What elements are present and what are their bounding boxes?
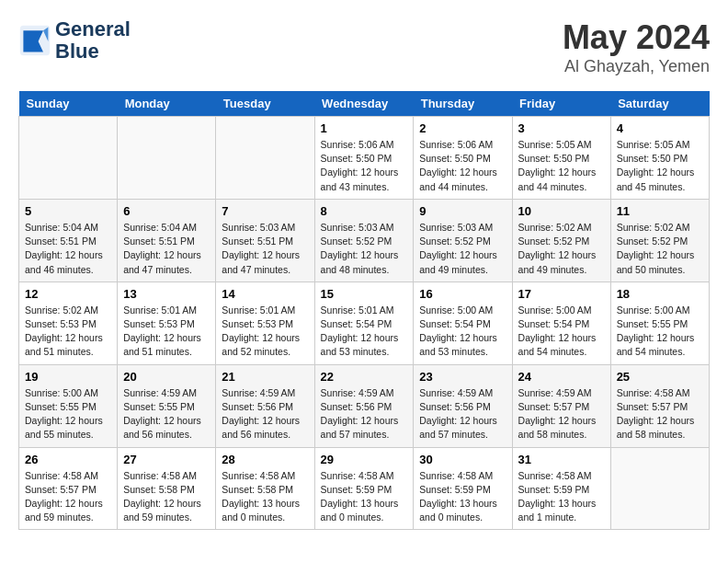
day-info: Sunrise: 5:02 AM Sunset: 5:53 PM Dayligh… xyxy=(25,304,111,360)
week-row-2: 5Sunrise: 5:04 AM Sunset: 5:51 PM Daylig… xyxy=(19,199,710,282)
day-info: Sunrise: 4:59 AM Sunset: 5:55 PM Dayligh… xyxy=(123,386,210,442)
page-header: General Blue May 2024 Al Ghayzah, Yemen xyxy=(18,18,710,76)
day-info: Sunrise: 4:58 AM Sunset: 5:59 PM Dayligh… xyxy=(321,469,408,525)
title-block: May 2024 Al Ghayzah, Yemen xyxy=(563,18,710,76)
location: Al Ghayzah, Yemen xyxy=(563,57,710,76)
day-number: 11 xyxy=(617,204,703,218)
day-info: Sunrise: 4:59 AM Sunset: 5:56 PM Dayligh… xyxy=(321,386,408,442)
day-info: Sunrise: 5:00 AM Sunset: 5:54 PM Dayligh… xyxy=(419,304,506,360)
day-info: Sunrise: 4:59 AM Sunset: 5:56 PM Dayligh… xyxy=(419,386,506,442)
calendar-cell: 20Sunrise: 4:59 AM Sunset: 5:55 PM Dayli… xyxy=(118,364,216,447)
calendar-cell: 27Sunrise: 4:58 AM Sunset: 5:58 PM Dayli… xyxy=(118,447,216,530)
day-info: Sunrise: 4:58 AM Sunset: 5:59 PM Dayligh… xyxy=(518,469,605,525)
day-number: 30 xyxy=(419,453,506,466)
day-info: Sunrise: 5:02 AM Sunset: 5:52 PM Dayligh… xyxy=(617,221,703,277)
day-info: Sunrise: 4:58 AM Sunset: 5:58 PM Dayligh… xyxy=(222,469,308,525)
day-header-friday: Friday xyxy=(512,91,610,117)
day-info: Sunrise: 5:06 AM Sunset: 5:50 PM Dayligh… xyxy=(321,138,408,194)
logo: General Blue xyxy=(18,18,131,63)
day-number: 25 xyxy=(617,370,703,384)
week-row-5: 26Sunrise: 4:58 AM Sunset: 5:57 PM Dayli… xyxy=(19,447,710,530)
day-number: 23 xyxy=(419,370,506,384)
day-number: 19 xyxy=(25,370,111,384)
calendar-cell: 9Sunrise: 5:03 AM Sunset: 5:52 PM Daylig… xyxy=(414,199,512,282)
calendar-cell: 24Sunrise: 4:59 AM Sunset: 5:57 PM Dayli… xyxy=(512,364,610,447)
day-info: Sunrise: 5:03 AM Sunset: 5:52 PM Dayligh… xyxy=(321,221,408,277)
calendar-cell: 11Sunrise: 5:02 AM Sunset: 5:52 PM Dayli… xyxy=(610,199,709,282)
calendar-cell: 5Sunrise: 5:04 AM Sunset: 5:51 PM Daylig… xyxy=(19,199,118,282)
day-info: Sunrise: 5:03 AM Sunset: 5:52 PM Dayligh… xyxy=(419,221,506,277)
week-row-3: 12Sunrise: 5:02 AM Sunset: 5:53 PM Dayli… xyxy=(19,282,710,364)
calendar-cell: 2Sunrise: 5:06 AM Sunset: 5:50 PM Daylig… xyxy=(414,117,512,200)
calendar-cell: 13Sunrise: 5:01 AM Sunset: 5:53 PM Dayli… xyxy=(118,282,216,364)
calendar-cell: 31Sunrise: 4:58 AM Sunset: 5:59 PM Dayli… xyxy=(512,447,610,530)
calendar-cell: 22Sunrise: 4:59 AM Sunset: 5:56 PM Dayli… xyxy=(314,364,414,447)
calendar-cell: 17Sunrise: 5:00 AM Sunset: 5:54 PM Dayli… xyxy=(512,282,610,364)
calendar-table: SundayMondayTuesdayWednesdayThursdayFrid… xyxy=(18,91,710,530)
day-number: 22 xyxy=(321,370,408,384)
day-info: Sunrise: 4:58 AM Sunset: 5:58 PM Dayligh… xyxy=(123,469,210,525)
day-info: Sunrise: 5:04 AM Sunset: 5:51 PM Dayligh… xyxy=(25,221,111,277)
day-info: Sunrise: 5:02 AM Sunset: 5:52 PM Dayligh… xyxy=(518,221,605,277)
day-info: Sunrise: 5:04 AM Sunset: 5:51 PM Dayligh… xyxy=(123,221,210,277)
calendar-cell: 6Sunrise: 5:04 AM Sunset: 5:51 PM Daylig… xyxy=(118,199,216,282)
day-number: 13 xyxy=(123,287,210,301)
calendar-cell xyxy=(118,117,216,200)
day-number: 21 xyxy=(222,370,308,384)
calendar-cell: 19Sunrise: 5:00 AM Sunset: 5:55 PM Dayli… xyxy=(19,364,118,447)
calendar-cell: 23Sunrise: 4:59 AM Sunset: 5:56 PM Dayli… xyxy=(414,364,512,447)
day-number: 5 xyxy=(25,204,111,218)
day-number: 7 xyxy=(222,204,308,218)
day-info: Sunrise: 5:01 AM Sunset: 5:53 PM Dayligh… xyxy=(123,304,210,360)
day-info: Sunrise: 5:00 AM Sunset: 5:55 PM Dayligh… xyxy=(617,304,703,360)
day-info: Sunrise: 5:00 AM Sunset: 5:54 PM Dayligh… xyxy=(518,304,605,360)
calendar-cell: 18Sunrise: 5:00 AM Sunset: 5:55 PM Dayli… xyxy=(610,282,709,364)
day-info: Sunrise: 5:05 AM Sunset: 5:50 PM Dayligh… xyxy=(617,138,703,194)
day-number: 14 xyxy=(222,287,308,301)
calendar-cell: 15Sunrise: 5:01 AM Sunset: 5:54 PM Dayli… xyxy=(314,282,414,364)
calendar-cell: 7Sunrise: 5:03 AM Sunset: 5:51 PM Daylig… xyxy=(216,199,314,282)
day-header-monday: Monday xyxy=(118,91,216,117)
day-header-saturday: Saturday xyxy=(610,91,709,117)
calendar-cell: 1Sunrise: 5:06 AM Sunset: 5:50 PM Daylig… xyxy=(314,117,414,200)
calendar-cell: 21Sunrise: 4:59 AM Sunset: 5:56 PM Dayli… xyxy=(216,364,314,447)
calendar-cell: 25Sunrise: 4:58 AM Sunset: 5:57 PM Dayli… xyxy=(610,364,709,447)
day-info: Sunrise: 5:00 AM Sunset: 5:55 PM Dayligh… xyxy=(25,386,111,442)
day-number: 10 xyxy=(518,204,605,218)
logo-line1: General xyxy=(55,18,131,40)
day-number: 20 xyxy=(123,370,210,384)
day-number: 8 xyxy=(321,204,408,218)
day-number: 28 xyxy=(222,453,308,466)
day-header-sunday: Sunday xyxy=(19,91,118,117)
calendar-cell: 12Sunrise: 5:02 AM Sunset: 5:53 PM Dayli… xyxy=(19,282,118,364)
day-info: Sunrise: 4:58 AM Sunset: 5:57 PM Dayligh… xyxy=(25,469,111,525)
calendar-cell xyxy=(19,117,118,200)
day-header-tuesday: Tuesday xyxy=(216,91,314,117)
day-info: Sunrise: 5:05 AM Sunset: 5:50 PM Dayligh… xyxy=(518,138,605,194)
day-info: Sunrise: 5:06 AM Sunset: 5:50 PM Dayligh… xyxy=(419,138,506,194)
day-number: 24 xyxy=(518,370,605,384)
calendar-cell: 4Sunrise: 5:05 AM Sunset: 5:50 PM Daylig… xyxy=(610,117,709,200)
day-info: Sunrise: 4:59 AM Sunset: 5:57 PM Dayligh… xyxy=(518,386,605,442)
calendar-cell: 16Sunrise: 5:00 AM Sunset: 5:54 PM Dayli… xyxy=(414,282,512,364)
day-number: 6 xyxy=(123,204,210,218)
day-number: 3 xyxy=(518,121,605,135)
day-number: 15 xyxy=(321,287,408,301)
day-number: 16 xyxy=(419,287,506,301)
calendar-cell: 10Sunrise: 5:02 AM Sunset: 5:52 PM Dayli… xyxy=(512,199,610,282)
day-info: Sunrise: 4:58 AM Sunset: 5:59 PM Dayligh… xyxy=(419,469,506,525)
logo-icon xyxy=(18,24,51,57)
logo-text: General Blue xyxy=(55,18,131,63)
calendar-cell: 30Sunrise: 4:58 AM Sunset: 5:59 PM Dayli… xyxy=(414,447,512,530)
day-number: 27 xyxy=(123,453,210,466)
day-number: 17 xyxy=(518,287,605,301)
week-row-1: 1Sunrise: 5:06 AM Sunset: 5:50 PM Daylig… xyxy=(19,117,710,200)
calendar-cell xyxy=(216,117,314,200)
calendar-cell: 3Sunrise: 5:05 AM Sunset: 5:50 PM Daylig… xyxy=(512,117,610,200)
day-info: Sunrise: 5:01 AM Sunset: 5:53 PM Dayligh… xyxy=(222,304,308,360)
day-header-wednesday: Wednesday xyxy=(314,91,414,117)
day-number: 9 xyxy=(419,204,506,218)
day-number: 12 xyxy=(25,287,111,301)
calendar-cell xyxy=(610,447,709,530)
day-info: Sunrise: 4:59 AM Sunset: 5:56 PM Dayligh… xyxy=(222,386,308,442)
